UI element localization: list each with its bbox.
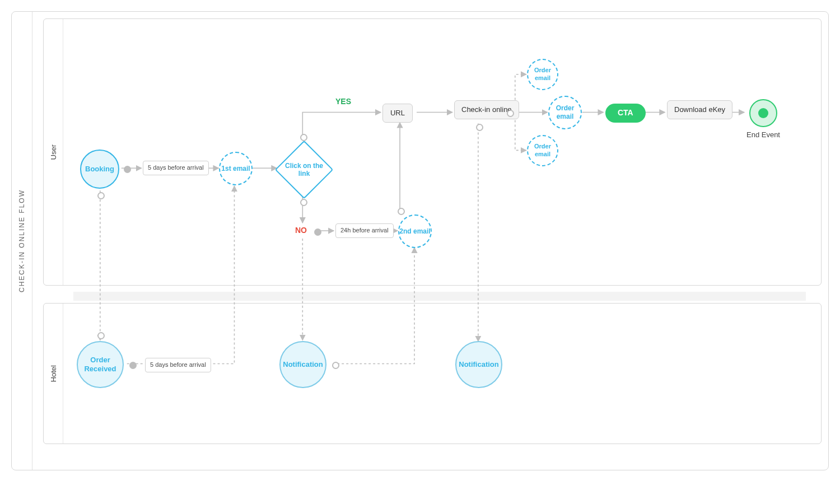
junction [398,208,405,215]
lane-hotel: Hotel [43,303,822,444]
junction [97,332,105,339]
pool: CHECK-IN ONLINE FLOW User Hotel [11,11,829,470]
label-yes: YES [335,97,351,107]
junction [300,199,307,206]
label-no: NO [295,226,307,236]
junction [300,134,307,141]
node-24h: 24h before arrival [335,223,394,238]
junction [124,166,131,173]
node-url: URL [382,104,413,123]
junction [476,124,483,131]
lane-gap [73,292,806,301]
lane-user-title: User [44,19,63,285]
swimlane-diagram: CHECK-IN ONLINE FLOW User Hotel [0,0,840,504]
node-second-email: 2nd email [398,214,432,248]
junction [97,192,105,199]
junction [332,362,339,369]
lane-user: User [43,18,822,286]
node-decision: Click on the link [283,149,325,190]
node-end: End Event [746,99,780,139]
end-event-icon [749,99,777,127]
node-5days-b: 5 days before arrival [145,358,211,372]
node-order-email-mid: Order email [548,96,582,129]
node-notification-2: Notification [455,341,502,388]
node-order-email-top: Order email [527,59,558,90]
node-download: Download eKey [667,100,732,119]
junction [314,228,321,236]
node-notification-1: Notification [279,341,326,388]
node-5days-a: 5 days before arrival [143,161,209,175]
junction [129,362,137,369]
node-order-email-bot: Order email [527,135,558,166]
node-booking: Booking [80,150,119,189]
junction [507,110,514,117]
lane-hotel-title: Hotel [44,304,63,444]
node-order-received: Order Received [77,341,124,388]
node-first-email: 1st email [219,152,253,185]
pool-title-text: CHECK-IN ONLINE FLOW [18,189,26,292]
pool-title: CHECK-IN ONLINE FLOW [12,12,32,470]
node-cta: CTA [605,104,646,123]
